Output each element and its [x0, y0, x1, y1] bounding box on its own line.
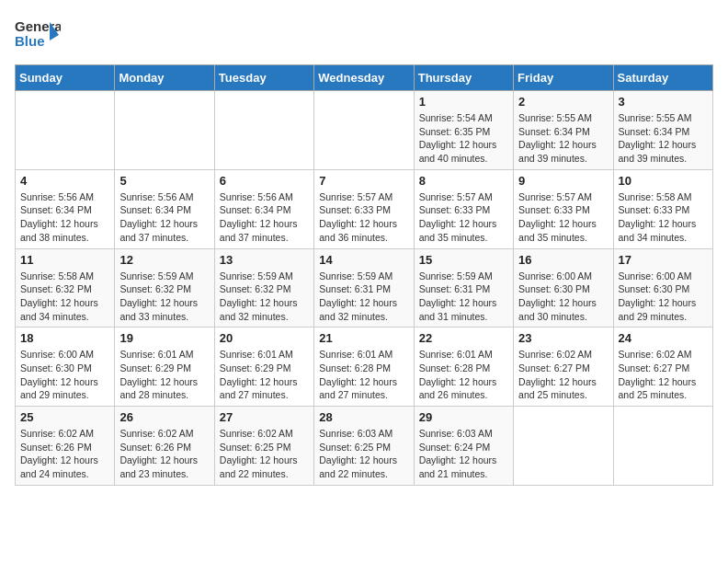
calendar-header-tuesday: Tuesday — [214, 65, 313, 91]
calendar-cell: 28Sunrise: 6:03 AMSunset: 6:25 PMDayligh… — [314, 407, 414, 486]
day-number: 6 — [220, 174, 309, 188]
day-number: 15 — [419, 253, 508, 267]
calendar-cell — [214, 91, 313, 170]
calendar-cell: 12Sunrise: 5:59 AMSunset: 6:32 PMDayligh… — [115, 248, 214, 327]
calendar-cell: 22Sunrise: 6:01 AMSunset: 6:28 PMDayligh… — [414, 327, 513, 407]
calendar-week-row: 25Sunrise: 6:02 AMSunset: 6:26 PMDayligh… — [16, 407, 713, 486]
calendar-cell: 26Sunrise: 6:02 AMSunset: 6:26 PMDayligh… — [115, 407, 214, 486]
day-number: 21 — [319, 331, 408, 345]
calendar-cell: 19Sunrise: 6:01 AMSunset: 6:29 PMDayligh… — [115, 327, 214, 407]
calendar-cell: 29Sunrise: 6:03 AMSunset: 6:24 PMDayligh… — [414, 407, 513, 486]
day-detail: Sunrise: 5:57 AMSunset: 6:33 PMDaylight:… — [518, 190, 608, 245]
day-detail: Sunrise: 6:02 AMSunset: 6:26 PMDaylight:… — [20, 427, 109, 481]
calendar-header-thursday: Thursday — [414, 65, 513, 91]
header: GeneralBlue — [15, 15, 713, 53]
calendar-cell: 4Sunrise: 5:56 AMSunset: 6:34 PMDaylight… — [16, 169, 115, 248]
day-detail: Sunrise: 5:58 AMSunset: 6:32 PMDaylight:… — [20, 270, 109, 324]
day-number: 11 — [20, 253, 109, 267]
day-detail: Sunrise: 6:03 AMSunset: 6:25 PMDaylight:… — [319, 427, 408, 481]
calendar-week-row: 1Sunrise: 5:54 AMSunset: 6:35 PMDaylight… — [16, 91, 713, 170]
svg-text:Blue: Blue — [15, 33, 45, 49]
calendar-cell: 16Sunrise: 6:00 AMSunset: 6:30 PMDayligh… — [514, 248, 613, 327]
day-number: 5 — [119, 174, 209, 188]
calendar-cell: 2Sunrise: 5:55 AMSunset: 6:34 PMDaylight… — [514, 91, 613, 170]
day-detail: Sunrise: 5:59 AMSunset: 6:31 PMDaylight:… — [319, 270, 408, 324]
calendar-cell: 6Sunrise: 5:56 AMSunset: 6:34 PMDaylight… — [214, 169, 313, 248]
calendar-header-monday: Monday — [115, 65, 214, 91]
calendar-header-friday: Friday — [514, 65, 613, 91]
day-detail: Sunrise: 6:03 AMSunset: 6:24 PMDaylight:… — [419, 427, 508, 481]
day-detail: Sunrise: 6:00 AMSunset: 6:30 PMDaylight:… — [619, 270, 708, 324]
day-detail: Sunrise: 5:57 AMSunset: 6:33 PMDaylight:… — [419, 190, 508, 245]
calendar-cell: 27Sunrise: 6:02 AMSunset: 6:25 PMDayligh… — [214, 407, 313, 486]
day-detail: Sunrise: 6:01 AMSunset: 6:29 PMDaylight:… — [119, 348, 209, 402]
calendar-cell: 1Sunrise: 5:54 AMSunset: 6:35 PMDaylight… — [414, 91, 513, 170]
calendar-cell: 8Sunrise: 5:57 AMSunset: 6:33 PMDaylight… — [414, 169, 513, 248]
day-number: 26 — [119, 410, 209, 424]
day-detail: Sunrise: 6:02 AMSunset: 6:27 PMDaylight:… — [518, 348, 608, 402]
day-detail: Sunrise: 5:56 AMSunset: 6:34 PMDaylight:… — [119, 190, 209, 245]
day-detail: Sunrise: 6:00 AMSunset: 6:30 PMDaylight:… — [518, 270, 608, 324]
calendar-header-wednesday: Wednesday — [314, 65, 414, 91]
day-detail: Sunrise: 5:54 AMSunset: 6:35 PMDaylight:… — [419, 111, 508, 166]
calendar-week-row: 18Sunrise: 6:00 AMSunset: 6:30 PMDayligh… — [16, 327, 713, 407]
calendar-cell: 10Sunrise: 5:58 AMSunset: 6:33 PMDayligh… — [613, 169, 712, 248]
calendar-cell: 17Sunrise: 6:00 AMSunset: 6:30 PMDayligh… — [613, 248, 712, 327]
calendar-cell: 7Sunrise: 5:57 AMSunset: 6:33 PMDaylight… — [314, 169, 414, 248]
day-number: 29 — [419, 410, 508, 424]
day-detail: Sunrise: 5:55 AMSunset: 6:34 PMDaylight:… — [518, 111, 608, 166]
day-number: 17 — [619, 253, 708, 267]
day-detail: Sunrise: 6:02 AMSunset: 6:25 PMDaylight:… — [220, 427, 309, 481]
day-detail: Sunrise: 5:59 AMSunset: 6:32 PMDaylight:… — [119, 270, 209, 324]
calendar-cell — [16, 91, 115, 170]
logo-icon: GeneralBlue — [15, 15, 61, 53]
day-detail: Sunrise: 5:57 AMSunset: 6:33 PMDaylight:… — [319, 190, 408, 245]
calendar-week-row: 4Sunrise: 5:56 AMSunset: 6:34 PMDaylight… — [16, 169, 713, 248]
day-detail: Sunrise: 5:59 AMSunset: 6:31 PMDaylight:… — [419, 270, 508, 324]
calendar-header-row: SundayMondayTuesdayWednesdayThursdayFrid… — [16, 65, 713, 91]
calendar-table: SundayMondayTuesdayWednesdayThursdayFrid… — [15, 64, 713, 486]
day-detail: Sunrise: 6:02 AMSunset: 6:27 PMDaylight:… — [619, 348, 708, 402]
calendar-cell: 24Sunrise: 6:02 AMSunset: 6:27 PMDayligh… — [613, 327, 712, 407]
day-number: 1 — [419, 95, 508, 109]
calendar-cell: 20Sunrise: 6:01 AMSunset: 6:29 PMDayligh… — [214, 327, 313, 407]
calendar-week-row: 11Sunrise: 5:58 AMSunset: 6:32 PMDayligh… — [16, 248, 713, 327]
day-number: 24 — [619, 331, 708, 345]
day-number: 8 — [419, 174, 508, 188]
day-detail: Sunrise: 5:55 AMSunset: 6:34 PMDaylight:… — [619, 111, 708, 166]
logo: GeneralBlue — [15, 15, 61, 53]
day-number: 19 — [119, 331, 209, 345]
day-detail: Sunrise: 6:01 AMSunset: 6:28 PMDaylight:… — [319, 348, 408, 402]
calendar-cell: 23Sunrise: 6:02 AMSunset: 6:27 PMDayligh… — [514, 327, 613, 407]
day-number: 28 — [319, 410, 408, 424]
day-number: 27 — [220, 410, 309, 424]
day-detail: Sunrise: 6:00 AMSunset: 6:30 PMDaylight:… — [20, 348, 109, 402]
calendar-cell — [613, 407, 712, 486]
calendar-header-sunday: Sunday — [16, 65, 115, 91]
calendar-cell: 13Sunrise: 5:59 AMSunset: 6:32 PMDayligh… — [214, 248, 313, 327]
day-number: 2 — [518, 95, 608, 109]
calendar-cell: 11Sunrise: 5:58 AMSunset: 6:32 PMDayligh… — [16, 248, 115, 327]
day-number: 10 — [619, 174, 708, 188]
day-number: 23 — [518, 331, 608, 345]
day-number: 7 — [319, 174, 408, 188]
day-detail: Sunrise: 5:56 AMSunset: 6:34 PMDaylight:… — [20, 190, 109, 245]
calendar-cell — [514, 407, 613, 486]
calendar-cell: 18Sunrise: 6:00 AMSunset: 6:30 PMDayligh… — [16, 327, 115, 407]
day-number: 14 — [319, 253, 408, 267]
day-detail: Sunrise: 6:01 AMSunset: 6:28 PMDaylight:… — [419, 348, 508, 402]
day-number: 20 — [220, 331, 309, 345]
day-detail: Sunrise: 5:58 AMSunset: 6:33 PMDaylight:… — [619, 190, 708, 245]
calendar-cell: 21Sunrise: 6:01 AMSunset: 6:28 PMDayligh… — [314, 327, 414, 407]
day-number: 4 — [20, 174, 109, 188]
calendar-cell — [115, 91, 214, 170]
day-detail: Sunrise: 6:01 AMSunset: 6:29 PMDaylight:… — [220, 348, 309, 402]
day-number: 16 — [518, 253, 608, 267]
day-number: 25 — [20, 410, 109, 424]
calendar-cell: 3Sunrise: 5:55 AMSunset: 6:34 PMDaylight… — [613, 91, 712, 170]
day-number: 13 — [220, 253, 309, 267]
calendar-cell: 5Sunrise: 5:56 AMSunset: 6:34 PMDaylight… — [115, 169, 214, 248]
calendar-cell: 15Sunrise: 5:59 AMSunset: 6:31 PMDayligh… — [414, 248, 513, 327]
day-detail: Sunrise: 6:02 AMSunset: 6:26 PMDaylight:… — [119, 427, 209, 481]
calendar-cell — [314, 91, 414, 170]
